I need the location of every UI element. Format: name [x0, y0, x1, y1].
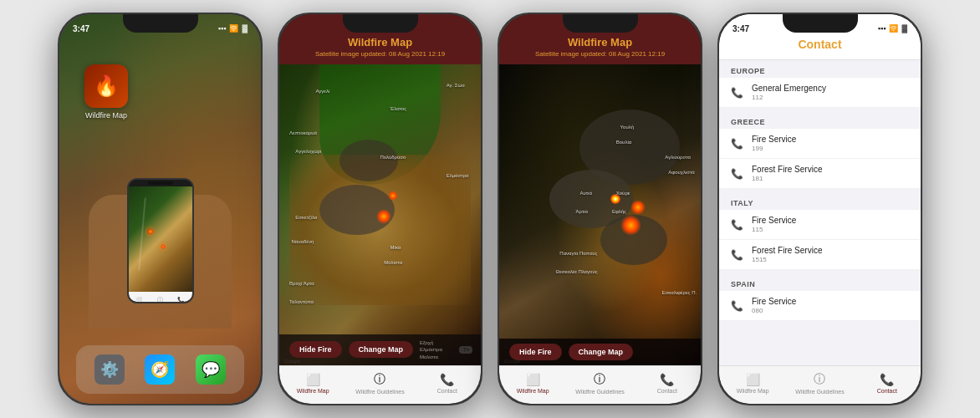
home-dock: ⚙️ 🧭 💬 [76, 345, 244, 394]
tab-bar-contact: ⬜ Wildfire Map ⓘ Wildfire Guidelines 📞 C… [719, 365, 921, 404]
notch [783, 14, 858, 33]
section-europe: EUROPE [719, 60, 921, 78]
map-content[interactable]: Αγγελί Έλατος Αγ. Σώα Λεπτοκαρυά Αγγελοχ… [279, 64, 481, 365]
app-label: Wildfire Map [85, 111, 127, 120]
tab-map-label: Wildfire Map [297, 388, 329, 394]
side-labels: Εξοχή Ελμάστρα Μολίστα [420, 339, 442, 360]
tab-bar-dark: ⬜ Wildfire Map ⓘ Wildfire Guidelines 📞 C… [499, 365, 701, 404]
map-label-4: Λεπτοκαρυά [289, 130, 317, 135]
power-button[interactable] [262, 115, 263, 165]
mini-tab-icon-2: ⓘ [157, 296, 163, 303]
map-content-dark[interactable]: Υουλή Βουλία Αγλιούρστα Αφουχλιστά Αυτιά… [499, 64, 701, 365]
map-tab-icon-4: ⬜ [746, 373, 760, 386]
info-tab-icon-4: ⓘ [814, 372, 825, 387]
tab-wildfire-map-3[interactable]: ⬜ Wildfire Map [499, 373, 566, 394]
map-label-2: Έλατος [390, 106, 407, 111]
map-label-6: Πολύδρύσο [380, 155, 406, 160]
tab-contact-label: Contact [437, 388, 457, 394]
phone-tab-icon-3: 📞 [660, 373, 674, 386]
settings-dock-icon[interactable]: ⚙️ [94, 354, 125, 385]
contact-greece-forest[interactable]: 📞 Forest Fire Service 181 [719, 159, 921, 189]
volume-up-button[interactable] [278, 110, 278, 144]
contact-general-emergency[interactable]: 📞 General Emergency 112 [719, 78, 921, 108]
map-screen: Wildfire Map Satellite image updated: 08… [279, 14, 481, 404]
volume-down-button[interactable] [717, 152, 718, 186]
tab-contact-3[interactable]: 📞 Contact [634, 373, 701, 394]
mini-map [129, 186, 192, 292]
phone3-screen: Wildfire Map Satellite image updated: 08… [499, 14, 701, 404]
dark-label-7: Χούρε [616, 191, 630, 196]
volume-down-button[interactable] [278, 152, 278, 186]
volume-down-button[interactable] [58, 152, 59, 186]
power-button[interactable] [482, 115, 482, 165]
contact-italy-fire[interactable]: 📞 Fire Service 115 [719, 210, 921, 240]
change-map-button-dark[interactable]: Change Map [569, 344, 634, 360]
tab-contact-4[interactable]: 📞 Contact [854, 373, 921, 394]
messages-dock-icon[interactable]: 💬 [196, 354, 226, 385]
dark-label-8: Εφλής [612, 209, 626, 214]
map-label-13: Ταλαντύπα [289, 299, 314, 304]
power-button[interactable] [702, 115, 702, 165]
power-button[interactable] [921, 115, 922, 165]
section-greece: GREECE [719, 111, 921, 129]
phone-tab-icon: 📞 [440, 373, 454, 386]
contact-list: EUROPE 📞 General Emergency 112 GREECE 📞 … [719, 60, 921, 365]
tab-contact-label-3: Contact [657, 388, 677, 394]
hide-fire-button-dark[interactable]: Hide Fire [509, 344, 562, 360]
contact-name-italy-forest: Forest Fire Service [752, 246, 909, 255]
contact-name-greece-forest: Forest Fire Service [752, 165, 909, 174]
contact-name-greece-fire: Fire Service [752, 135, 909, 144]
phone-icon-italy-fire: 📞 [731, 219, 743, 231]
map-label-7: Ελμάστρα [447, 173, 469, 178]
phone1-screen: 3:47 ▪▪▪ 🛜 ▓ 🔥 Wildfire Map [59, 14, 261, 404]
volume-up-button[interactable] [58, 110, 59, 144]
tab-contact-label-4: Contact [877, 388, 897, 394]
wildfire-map-app[interactable]: 🔥 Wildfire Map [84, 64, 128, 120]
smoke-1 [339, 140, 398, 181]
mute-button[interactable] [498, 81, 498, 102]
phone-icon-greece-fire: 📞 [731, 138, 743, 150]
mute-button[interactable] [717, 81, 718, 102]
volume-down-button[interactable] [498, 152, 498, 186]
settings-icon: ⚙️ [100, 360, 119, 379]
map-label-9: Ναυαδένη [291, 239, 314, 244]
volume-up-button[interactable] [717, 110, 718, 144]
map-title: Wildfire Map [508, 36, 692, 48]
phone-in-hand: ⬜ ⓘ 📞 [76, 161, 244, 329]
contact-page-title: Contact [732, 38, 907, 51]
contact-name: General Emergency [752, 84, 909, 93]
contact-number-greece-fire: 199 [752, 145, 909, 152]
contact-greece-fire[interactable]: 📞 Fire Service 199 [719, 129, 921, 159]
tab-wildfire-map[interactable]: ⬜ Wildfire Map [279, 373, 346, 394]
info-tab-icon: ⓘ [374, 372, 385, 387]
tab-bar: ⬜ Wildfire Map ⓘ Wildfire Guidelines 📞 C… [279, 365, 481, 404]
contact-spain-fire[interactable]: 📞 Fire Service 080 [719, 291, 921, 321]
dark-label-4: Αφουχλιστά [668, 170, 694, 175]
section-italy: ITALY [719, 192, 921, 210]
map-subtitle: Satellite image updated: 08 Aug 2021 12:… [508, 50, 692, 58]
tab-contact[interactable]: 📞 Contact [414, 373, 481, 394]
contact-name-italy-fire: Fire Service [752, 216, 909, 225]
volume-up-button[interactable] [498, 110, 498, 144]
mute-button[interactable] [278, 81, 278, 102]
hide-fire-button[interactable]: Hide Fire [289, 341, 342, 358]
safari-dock-icon[interactable]: 🧭 [145, 354, 175, 385]
contact-info-greece-forest: Forest Fire Service 181 [752, 165, 909, 182]
map-label-11: Μολίστα [384, 260, 402, 265]
tab-wildfire-map-4[interactable]: ⬜ Wildfire Map [719, 373, 786, 394]
tab-guidelines-3[interactable]: ⓘ Wildfire Guidelines [566, 372, 633, 395]
phone-4: 3:47 ▪▪▪ 🛜 ▓ Contact EUROPE 📞 General [717, 13, 922, 405]
mute-button[interactable] [58, 81, 59, 102]
dark-label-9: Παναγία Παπούς [559, 251, 597, 256]
change-map-button[interactable]: Change Map [349, 341, 414, 358]
time-display-contact: 3:47 [732, 24, 749, 33]
phone-2: Wildfire Map Satellite image updated: 08… [278, 13, 482, 405]
tab-guidelines-4[interactable]: ⓘ Wildfire Guidelines [786, 372, 853, 395]
tab-guidelines[interactable]: ⓘ Wildfire Guidelines [346, 372, 413, 395]
map-label-3: Αγ. Σώα [447, 83, 465, 88]
contact-italy-forest[interactable]: 📞 Forest Fire Service 1515 [719, 240, 921, 270]
app-icon: 🔥 [84, 64, 128, 108]
phone-icon-italy-forest: 📞 [731, 249, 743, 261]
map-action-bar-dark: Hide Fire Change Map [499, 339, 701, 365]
dark-label-6: Άρτια [576, 209, 589, 214]
